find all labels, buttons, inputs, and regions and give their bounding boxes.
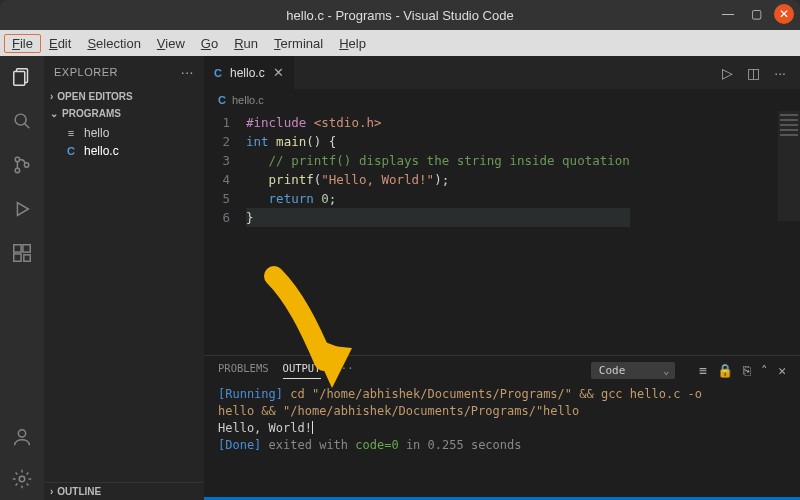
collapse-icon[interactable]: ˄ [761,363,768,378]
file-item-hello-c[interactable]: C hello.c [44,142,204,160]
minimap[interactable] [778,111,800,221]
svg-rect-10 [14,254,21,261]
clear-icon[interactable]: ⎘ [743,363,751,378]
file-label: hello.c [84,144,119,158]
close-panel-icon[interactable]: ✕ [778,363,786,378]
breadcrumb-label: hello.c [232,94,264,106]
tab-hello-c[interactable]: C hello.c ✕ [204,56,295,89]
run-icon[interactable]: ▷ [722,65,733,81]
filter-icon[interactable]: ≡ [699,363,707,378]
line-gutter: 1 2 3 4 5 6 [204,111,240,355]
close-tab-icon[interactable]: ✕ [273,65,284,80]
minimize-icon[interactable]: — [718,4,738,24]
explorer-icon[interactable] [9,64,35,90]
split-editor-icon[interactable]: ◫ [747,65,760,81]
svg-point-13 [19,476,25,482]
chevron-right-icon: › [50,91,53,102]
chevron-down-icon: ⌄ [50,108,58,119]
menu-go[interactable]: Go [193,34,226,53]
activity-bar [0,56,44,500]
svg-rect-1 [14,72,25,86]
svg-line-3 [25,124,30,129]
breadcrumb[interactable]: C hello.c [204,89,800,111]
open-editors-header[interactable]: › OPEN EDITORS [44,88,204,105]
file-label: hello [84,126,109,140]
maximize-icon[interactable]: ▢ [746,4,766,24]
window-title: hello.c - Programs - Visual Studio Code [286,8,513,23]
lock-icon[interactable]: 🔒 [717,363,733,378]
source-control-icon[interactable] [9,152,35,178]
run-debug-icon[interactable] [9,196,35,222]
project-header[interactable]: ⌄ PROGRAMS [44,105,204,122]
extensions-icon[interactable] [9,240,35,266]
svg-marker-7 [17,203,28,216]
panel-tab-more[interactable]: ··· [335,362,354,378]
panel-tab-problems[interactable]: PROBLEMS [218,362,269,378]
more-icon[interactable]: ··· [181,64,194,80]
chevron-down-icon: ⌄ [663,365,669,376]
svg-point-6 [24,163,28,167]
file-icon: ≡ [64,127,78,139]
chevron-right-icon: › [50,486,53,497]
menubar: File Edit Selection View Go Run Terminal… [0,30,800,56]
menu-edit[interactable]: Edit [41,34,79,53]
menu-selection[interactable]: Selection [79,34,148,53]
c-file-icon: C [214,67,222,79]
svg-rect-8 [14,245,21,252]
menu-run[interactable]: Run [226,34,266,53]
menu-help[interactable]: Help [331,34,374,53]
code-content: #include <stdio.h> int main() { // print… [240,111,630,355]
close-icon[interactable]: ✕ [774,4,794,24]
menu-terminal[interactable]: Terminal [266,34,331,53]
output-channel-select[interactable]: Code ⌄ [591,362,676,379]
tab-label: hello.c [230,66,265,80]
window-titlebar: hello.c - Programs - Visual Studio Code … [0,0,800,30]
file-item-hello[interactable]: ≡ hello [44,124,204,142]
more-icon[interactable]: ··· [774,65,786,81]
svg-point-5 [15,168,19,172]
search-icon[interactable] [9,108,35,134]
accounts-icon[interactable] [9,424,35,450]
svg-point-4 [15,157,19,161]
c-file-icon: C [64,145,78,157]
editor-tabs: C hello.c ✕ ▷ ◫ ··· [204,56,800,89]
svg-rect-9 [23,245,30,252]
output-panel: PROBLEMS OUTPUT ··· Code ⌄ ≡ 🔒 ⎘ ˄ ✕ [Ru… [204,355,800,497]
menu-file[interactable]: File [4,34,41,53]
panel-tab-output[interactable]: OUTPUT [283,362,321,379]
output-body[interactable]: [Running] cd "/home/abhishek/Documents/P… [204,384,800,497]
gear-icon[interactable] [9,466,35,492]
sidebar-title: EXPLORER [54,66,118,78]
editor-area: C hello.c ✕ ▷ ◫ ··· C hello.c 1 2 3 4 5 … [204,56,800,500]
c-file-icon: C [218,94,226,106]
sidebar: EXPLORER ··· › OPEN EDITORS ⌄ PROGRAMS ≡… [44,56,204,500]
svg-point-2 [15,114,26,125]
menu-view[interactable]: View [149,34,193,53]
svg-rect-11 [24,255,30,261]
cursor [312,421,313,434]
svg-point-12 [18,430,25,437]
outline-header[interactable]: › OUTLINE [44,482,204,500]
code-editor[interactable]: 1 2 3 4 5 6 #include <stdio.h> int main(… [204,111,800,355]
